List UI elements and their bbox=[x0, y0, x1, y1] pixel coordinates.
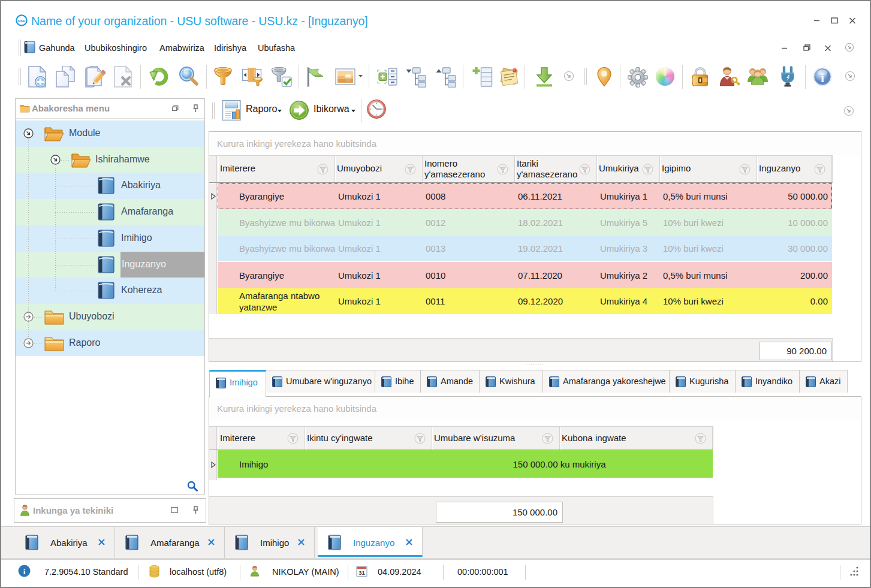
svg-text:i: i bbox=[23, 567, 26, 576]
svg-text:usu: usu bbox=[18, 19, 25, 23]
